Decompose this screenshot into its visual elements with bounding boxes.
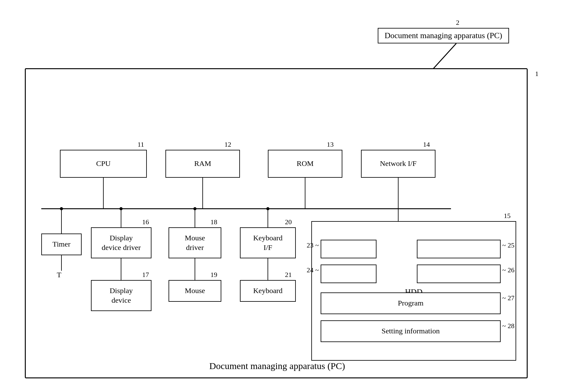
display-driver-box: Displaydevice driver <box>91 227 151 258</box>
mouse-box: Mouse <box>169 280 221 302</box>
timer-box: Timer <box>41 234 82 255</box>
timer-label: Timer <box>52 239 70 249</box>
mouse-label: Mouse <box>185 286 205 296</box>
main-box-label-text: Document managing apparatus (PC) <box>209 361 345 371</box>
rom-box: ROM <box>268 150 342 178</box>
timer-t-label: T <box>57 271 61 279</box>
hdd-inner-box-25 <box>417 240 501 258</box>
mouse-driver-label: Mousedriver <box>185 233 205 252</box>
mouse-driver-box: Mousedriver <box>169 227 221 258</box>
display-device-label: Displaydevice <box>110 286 133 305</box>
ref-21: 21 <box>285 271 292 279</box>
doc-apparatus-top-label: Document managing apparatus (PC) <box>385 31 502 40</box>
ref-20: 20 <box>285 218 292 226</box>
cpu-box: CPU <box>60 150 147 178</box>
hdd-inner-box-26 <box>417 265 501 283</box>
ref-17: 17 <box>142 271 149 279</box>
display-driver-label: Displaydevice driver <box>102 233 141 252</box>
ref-23: 23 ~ <box>307 241 319 249</box>
diagram-container: 2 Document managing apparatus (PC) 1 <box>25 9 540 388</box>
svg-point-17 <box>119 207 123 210</box>
setting-info-label: Setting information <box>381 326 440 336</box>
ref-1: 1 <box>535 70 539 78</box>
network-label: Network I/F <box>380 159 417 168</box>
setting-info-box: Setting information <box>321 320 501 342</box>
ref-28: ~ 28 <box>502 322 514 330</box>
ref-19: 19 <box>210 271 217 279</box>
display-device-box: Displaydevice <box>91 280 151 311</box>
rom-label: ROM <box>297 159 314 168</box>
keyboard-if-label: KeyboardI/F <box>253 233 283 252</box>
ref-13: 13 <box>327 140 334 149</box>
ref-26: ~ 26 <box>502 266 514 274</box>
doc-apparatus-top-box: Document managing apparatus (PC) <box>378 28 509 43</box>
ref-11: 11 <box>137 140 144 149</box>
hdd-inner-box-23 <box>321 240 376 258</box>
ram-label: RAM <box>194 159 211 168</box>
keyboard-if-box: KeyboardI/F <box>240 227 296 258</box>
svg-point-19 <box>266 207 269 210</box>
ref-2: 2 <box>456 19 459 27</box>
svg-point-16 <box>60 207 63 210</box>
main-apparatus-box: CPU 11 RAM 12 ROM 13 Network I/F 14 Time… <box>25 68 528 378</box>
program-box: Program <box>321 292 501 314</box>
ref-27: ~ 27 <box>502 294 514 302</box>
ref-15: 15 <box>504 212 511 220</box>
keyboard-box: Keyboard <box>240 280 296 302</box>
ref-14: 14 <box>423 140 430 149</box>
keyboard-label: Keyboard <box>253 286 283 296</box>
ref-16: 16 <box>142 218 149 226</box>
network-box: Network I/F <box>361 150 435 178</box>
ref-25: ~ 25 <box>502 241 514 249</box>
ref-18: 18 <box>210 218 217 226</box>
main-box-label: Document managing apparatus (PC) <box>26 361 529 371</box>
hdd-inner-box-24 <box>321 265 376 283</box>
ref-12: 12 <box>224 140 231 149</box>
program-label: Program <box>398 298 424 308</box>
ref-24: 24 ~ <box>307 266 319 274</box>
ram-box: RAM <box>165 150 240 178</box>
cpu-label: CPU <box>96 159 111 168</box>
svg-point-18 <box>193 207 196 210</box>
